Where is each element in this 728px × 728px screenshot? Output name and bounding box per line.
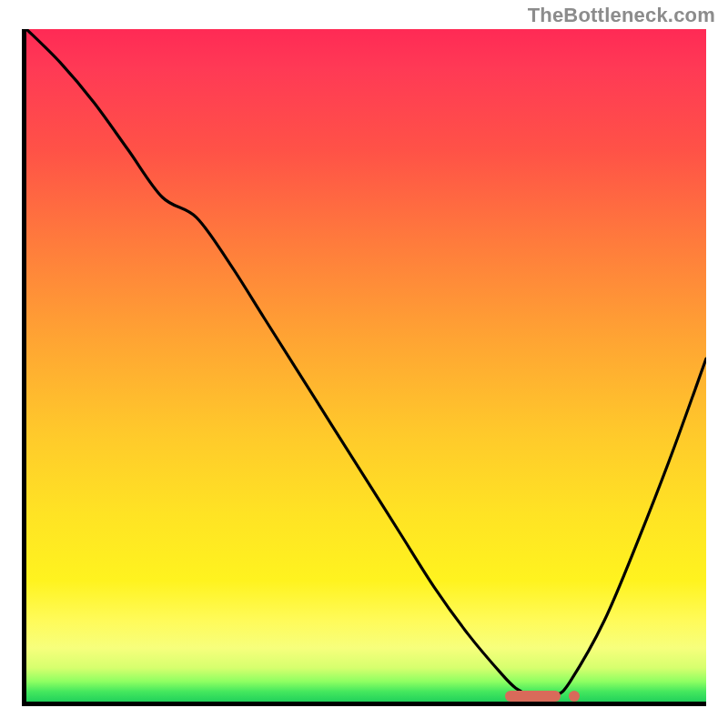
plot-area [22, 29, 706, 706]
chart-wrapper: TheBottleneck.com [0, 0, 728, 728]
optimum-marker-bar [505, 691, 560, 702]
optimum-marker-dot [569, 691, 580, 702]
attribution-text: TheBottleneck.com [528, 4, 715, 27]
bottleneck-curve [26, 29, 706, 702]
